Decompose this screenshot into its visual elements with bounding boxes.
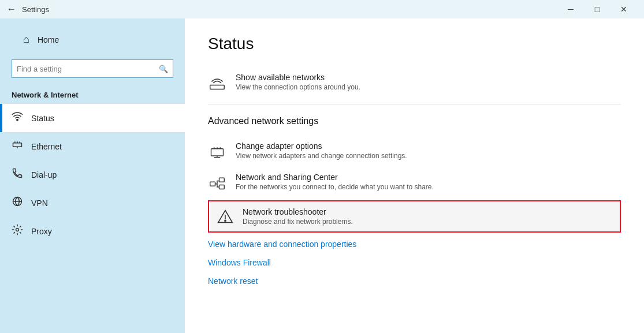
svg-point-3 [16, 229, 19, 231]
page-title: Status [208, 35, 621, 53]
network-reset-link[interactable]: Network reset [208, 272, 621, 290]
sidebar-item-label-proxy: Proxy [31, 227, 52, 236]
svg-point-11 [225, 220, 226, 221]
sidebar-nav: Status Ethernet [0, 104, 185, 333]
svg-rect-5 [211, 149, 224, 156]
adapter-options-text: Change adapter options View network adap… [236, 141, 407, 160]
svg-rect-8 [219, 185, 225, 189]
divider-1 [208, 104, 621, 104]
sidebar-item-label-vpn: VPN [31, 199, 48, 208]
show-networks-desc: View the connection options around you. [236, 83, 360, 91]
windows-firewall-link[interactable]: Windows Firewall [208, 253, 621, 272]
sidebar-item-label-dialup: Dial-up [31, 170, 57, 179]
sidebar-item-label-ethernet: Ethernet [31, 142, 62, 151]
sidebar-section-title: Network & Internet [0, 88, 185, 104]
sharing-center-item[interactable]: Network and Sharing Center For the netwo… [208, 167, 621, 198]
sidebar-item-dialup[interactable]: Dial-up [0, 160, 185, 189]
back-button[interactable]: ← [7, 4, 16, 14]
sharing-center-desc: For the networks you connect to, decide … [236, 183, 434, 191]
troubleshooter-label: Network troubleshooter [243, 207, 353, 216]
sharing-center-label: Network and Sharing Center [236, 173, 434, 182]
search-icon[interactable]: 🔍 [159, 65, 168, 73]
troubleshooter-desc: Diagnose and fix network problems. [243, 218, 353, 226]
svg-rect-4 [210, 85, 225, 89]
show-networks-label: Show available networks [236, 73, 360, 82]
adapter-options-desc: View network adapters and change connect… [236, 152, 407, 160]
close-button[interactable]: ✕ [611, 0, 637, 18]
home-label: Home [38, 35, 59, 44]
search-box[interactable]: 🔍 [12, 59, 173, 78]
ethernet-icon [12, 139, 23, 154]
window-controls: ─ □ ✕ [557, 0, 637, 18]
svg-rect-6 [210, 182, 215, 186]
adapter-options-icon [208, 143, 226, 161]
adapter-options-label: Change adapter options [236, 141, 407, 151]
search-input[interactable] [17, 65, 159, 73]
sidebar-item-status[interactable]: Status [0, 104, 185, 132]
svg-rect-7 [219, 178, 225, 182]
status-icon [12, 111, 23, 125]
svg-rect-1 [13, 143, 22, 147]
troubleshooter-icon [216, 207, 234, 226]
sidebar: ⌂ Home 🔍 Network & Internet [0, 18, 185, 333]
svg-point-0 [17, 119, 18, 121]
title-bar: ← Settings ─ □ ✕ [0, 0, 644, 18]
sidebar-item-proxy[interactable]: Proxy [0, 217, 185, 245]
sidebar-item-ethernet[interactable]: Ethernet [0, 132, 185, 160]
home-icon: ⌂ [23, 33, 29, 46]
adapter-options-item[interactable]: Change adapter options View network adap… [208, 136, 621, 167]
home-nav-item[interactable]: ⌂ Home [12, 27, 173, 53]
advanced-section-title: Advanced network settings [208, 116, 621, 126]
show-networks-text: Show available networks View the connect… [236, 73, 360, 91]
show-networks-item[interactable]: Show available networks View the connect… [208, 67, 621, 98]
advanced-section: Advanced network settings Change adapter… [208, 116, 621, 290]
sharing-center-text: Network and Sharing Center For the netwo… [236, 173, 434, 191]
troubleshooter-text: Network troubleshooter Diagnose and fix … [243, 207, 353, 226]
vpn-icon [12, 196, 23, 210]
proxy-icon [12, 224, 23, 238]
main-layout: ⌂ Home 🔍 Network & Internet [0, 18, 644, 333]
sharing-center-icon [208, 174, 226, 192]
minimize-button[interactable]: ─ [557, 0, 584, 18]
hardware-properties-link[interactable]: View hardware and connection properties [208, 235, 621, 253]
troubleshooter-item[interactable]: Network troubleshooter Diagnose and fix … [208, 200, 621, 233]
sidebar-item-label-status: Status [31, 114, 54, 123]
dialup-icon [12, 167, 23, 182]
show-networks-icon [208, 74, 226, 92]
content-area: Status Show available networks View the … [185, 18, 644, 333]
sidebar-item-vpn[interactable]: VPN [0, 189, 185, 217]
sidebar-header: ⌂ Home 🔍 [0, 18, 185, 88]
maximize-button[interactable]: □ [584, 0, 611, 18]
app-title: Settings [22, 5, 557, 14]
